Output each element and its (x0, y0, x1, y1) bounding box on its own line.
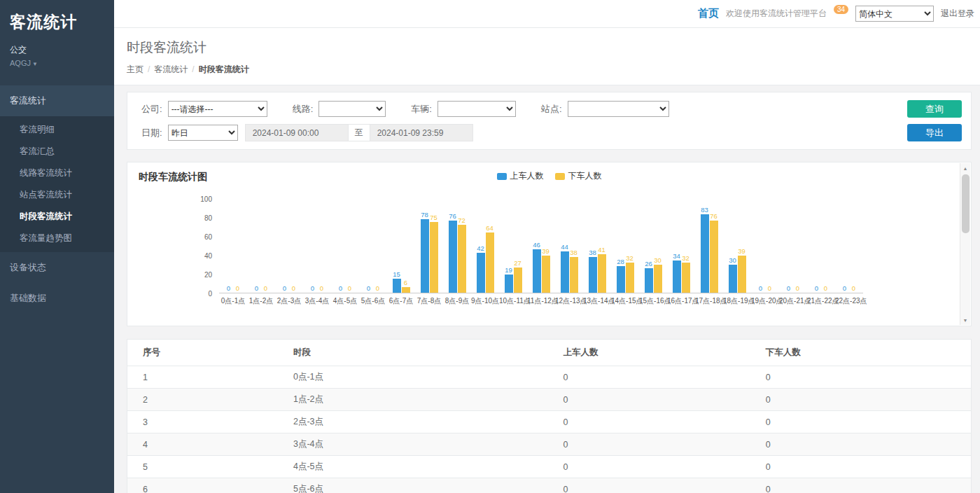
scrollbar-down-arrow-icon[interactable]: ▼ (960, 315, 970, 325)
bar-group: 00 (303, 199, 331, 293)
bar-column: 76 (710, 199, 718, 293)
x-axis-label: 12点-13点 (555, 296, 583, 306)
sidebar-subitem[interactable]: 客流明细 (0, 119, 114, 141)
x-axis-label: 13点-14点 (583, 296, 611, 306)
x-axis-label: 2点-3点 (275, 296, 303, 306)
query-button[interactable]: 查询 (907, 100, 962, 118)
table-cell: 1点-2点 (288, 389, 558, 411)
bar-column: 64 (486, 199, 494, 293)
breadcrumb-separator: / (148, 64, 150, 74)
bar-column: 34 (673, 199, 681, 293)
breadcrumb-home[interactable]: 主页 (127, 64, 144, 74)
bar-value-label: 76 (449, 212, 456, 220)
table-cell: 5 (127, 456, 288, 478)
bar-column: 39 (738, 199, 746, 293)
y-axis-tick: 60 (204, 233, 212, 241)
chart-y-axis: 020406080100 (139, 199, 219, 293)
table-cell: 0 (760, 411, 971, 433)
y-axis-tick: 40 (204, 252, 212, 260)
bar-group: 2832 (611, 199, 639, 293)
sidebar-subitem[interactable]: 线路客流统计 (0, 162, 114, 184)
bar-column: 41 (598, 199, 606, 293)
bar-group: 00 (275, 199, 303, 293)
bar (701, 214, 709, 293)
bar-value-label: 27 (514, 259, 522, 267)
vehicle-select[interactable] (438, 101, 516, 117)
bar (421, 219, 429, 293)
logout-link[interactable]: 退出登录 (941, 8, 974, 20)
bar-value-label: 34 (673, 252, 680, 260)
bar-column: 0 (318, 199, 326, 293)
home-link[interactable]: 首页 (698, 7, 719, 20)
bar (645, 268, 653, 293)
bar-value-label: 0 (367, 284, 370, 292)
scrollbar-up-arrow-icon[interactable]: ▲ (960, 163, 970, 173)
bar-value-label: 15 (393, 270, 400, 278)
bar-column: 0 (290, 199, 298, 293)
sidebar-item-base-data[interactable]: 基础数据 (0, 283, 114, 314)
sidebar-subitem[interactable]: 客流汇总 (0, 141, 114, 162)
bar (570, 257, 578, 293)
legend-item[interactable]: 下车人数 (555, 170, 602, 182)
bar-column: 75 (430, 199, 438, 293)
chart-scrollbar[interactable]: ▲ ▼ (960, 163, 970, 325)
station-select[interactable] (568, 101, 669, 117)
x-axis-label: 22点-23点 (835, 296, 863, 306)
bar-value-label: 0 (815, 284, 818, 292)
bar-value-label: 32 (682, 254, 690, 262)
language-select[interactable]: 简体中文 (855, 6, 934, 22)
app-logo-text: 客流统计 (10, 11, 104, 33)
x-axis-label: 4点-5点 (331, 296, 359, 306)
bar-value-label: 38 (589, 249, 596, 256)
legend-swatch-icon (497, 173, 507, 180)
table-header: 上车人数 (558, 340, 760, 366)
legend-item[interactable]: 上车人数 (497, 170, 544, 182)
bar-column: 27 (514, 199, 522, 293)
table-cell: 0 (760, 389, 971, 411)
bar (729, 265, 737, 293)
table-cell: 0 (558, 456, 760, 478)
export-button[interactable]: 导出 (907, 124, 962, 141)
table-row: 21点-2点00 (127, 389, 971, 411)
sidebar-subitem[interactable]: 站点客流统计 (0, 184, 114, 206)
bar-group: 156 (387, 199, 415, 293)
bar-column: 32 (682, 199, 690, 293)
bar-value-label: 26 (645, 260, 652, 268)
date-preset-select[interactable]: 昨日 (168, 125, 238, 141)
bar-value-label: 39 (542, 247, 550, 255)
date-range-separator: 至 (349, 124, 370, 141)
sidebar-subitem[interactable]: 客流量趋势图 (0, 228, 114, 249)
date-end-input[interactable] (370, 124, 473, 141)
bar-column: 30 (654, 199, 662, 293)
line-label: 线路: (293, 103, 314, 116)
bar-column: 0 (794, 199, 802, 293)
bar-column: 0 (841, 199, 849, 293)
table-cell: 4 (127, 433, 288, 456)
sidebar-item-device-status[interactable]: 设备状态 (0, 252, 114, 283)
company-select[interactable]: ---请选择--- (168, 101, 267, 117)
y-axis-tick: 0 (208, 290, 212, 298)
org-selector-dropdown[interactable]: AQGJ▼ (10, 59, 104, 67)
table-cell: 0 (760, 433, 971, 456)
bar-column: 0 (850, 199, 858, 293)
bar-value-label: 0 (787, 284, 790, 292)
bar-column: 83 (701, 199, 709, 293)
table-cell: 0 (558, 411, 760, 433)
bar-column: 0 (757, 199, 765, 293)
scrollbar-thumb[interactable] (962, 174, 969, 233)
x-axis-label: 21点-22点 (807, 296, 835, 306)
bar-value-label: 0 (768, 284, 771, 292)
bar-value-label: 41 (598, 246, 606, 254)
sidebar-submenu: 客流明细客流汇总线路客流统计站点客流统计时段客流统计客流量趋势图 (0, 116, 114, 252)
date-start-input[interactable] (245, 124, 349, 141)
breadcrumb: 主页/客流统计/时段客流统计 (127, 64, 967, 76)
sidebar-subitem[interactable]: 时段客流统计 (0, 206, 114, 228)
line-select[interactable] (318, 101, 386, 117)
bar-group: 00 (779, 199, 807, 293)
bar-group: 1927 (499, 199, 527, 293)
bar-group: 4639 (527, 199, 555, 293)
bar-column: 6 (402, 199, 410, 293)
breadcrumb-section[interactable]: 客流统计 (154, 64, 188, 74)
sidebar-item-passenger-stats[interactable]: 客流统计 (0, 85, 114, 116)
bar-value-label: 30 (654, 256, 662, 264)
